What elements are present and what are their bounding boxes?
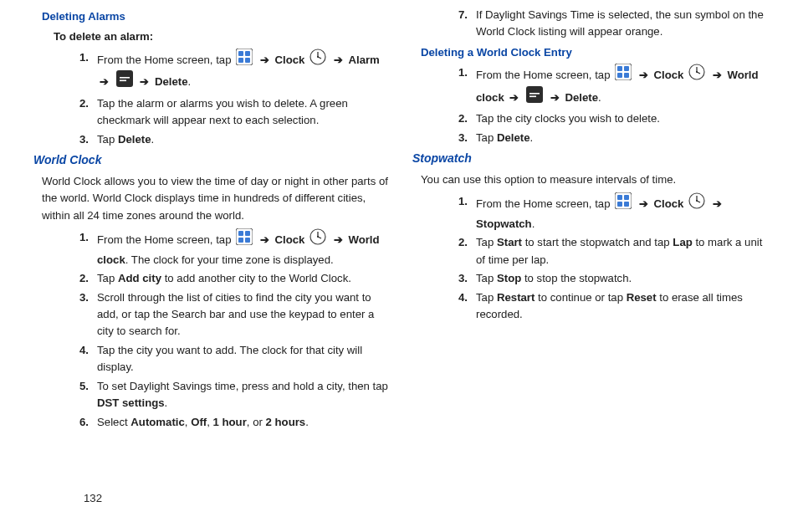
step: 7. If Daylight Savings Time is selected,…	[444, 7, 770, 41]
text: .	[532, 217, 535, 230]
arrow-icon: ➔	[331, 233, 345, 246]
text: .	[530, 131, 534, 144]
apps-icon	[615, 64, 632, 85]
text: Automatic	[130, 416, 184, 428]
text: 2 hours	[266, 416, 306, 428]
text: Alarm	[348, 54, 379, 66]
text: Reset	[627, 291, 657, 304]
left-column: Deleting Alarms To delete an alarm: 1. F…	[42, 5, 391, 432]
text: to start the stopwatch and tap	[522, 236, 673, 248]
text: Restart	[497, 291, 535, 304]
text: From the Home screen, tap	[97, 233, 234, 246]
text: 1 hour	[213, 416, 247, 428]
text: Clock	[654, 197, 688, 210]
text: Stopwatch	[476, 217, 532, 230]
text: Scroll through the list of cities to fin…	[97, 289, 391, 340]
clock-icon	[688, 192, 705, 214]
text: to continue or tap	[535, 291, 626, 304]
text: Delete	[118, 133, 151, 146]
text: Tap	[476, 291, 497, 304]
apps-icon	[236, 49, 253, 70]
arrow-icon: ➔	[548, 91, 562, 104]
apps-icon	[615, 192, 632, 214]
text: To set Daylight Savings time, press and …	[97, 380, 388, 392]
text: .	[598, 91, 601, 104]
text: .	[151, 133, 155, 146]
text: Lap	[673, 236, 692, 248]
heading-deleting-world-clock: Deleting a World Clock Entry	[421, 44, 770, 61]
text: Delete	[565, 91, 598, 104]
step: 3. Tap Delete.	[65, 131, 391, 148]
clock-icon	[309, 49, 326, 70]
step: 2. Tap Add city to add another city to t…	[65, 270, 391, 287]
step: 4. Tap Restart to continue or tap Reset …	[444, 289, 770, 324]
text: . The clock for your time zone is displa…	[125, 253, 334, 266]
subheading-to-delete-alarm: To delete an alarm:	[54, 28, 391, 45]
text: .	[165, 396, 168, 409]
paragraph: You can use this option to measure inter…	[421, 171, 770, 188]
text: Tap the alarm or alarms you wish to dele…	[97, 95, 391, 130]
text: Tap the city you want to add. The clock …	[97, 342, 391, 376]
text: Tap the city clocks you wish to delete.	[476, 110, 770, 127]
text: Add city	[118, 272, 161, 284]
text: Off	[191, 416, 207, 428]
arrow-icon: ➔	[97, 75, 111, 88]
step: 1. From the Home screen, tap ➔ Clock ➔ W…	[444, 64, 770, 109]
text: From the Home screen, tap	[476, 69, 613, 81]
menu-icon	[116, 70, 133, 92]
text: Select	[97, 416, 130, 428]
step: 1. From the Home screen, tap ➔ Clock ➔ S…	[444, 193, 770, 233]
text: Delete	[155, 75, 188, 88]
text: Tap	[97, 272, 118, 284]
step: 5. To set Daylight Savings time, press a…	[65, 378, 391, 412]
text: to add another city to the World Clock.	[161, 272, 351, 284]
clock-icon	[309, 228, 326, 250]
heading-stopwatch: Stopwatch	[412, 150, 770, 168]
text: Delete	[497, 131, 530, 144]
page-number: 132	[84, 492, 102, 504]
heading-deleting-alarms: Deleting Alarms	[42, 8, 391, 25]
text: ,	[207, 416, 212, 428]
step: 1. From the Home screen, tap ➔ Clock ➔ W…	[65, 229, 391, 269]
text: Clock	[275, 54, 309, 66]
text: Start	[497, 236, 522, 248]
text: From the Home screen, tap	[476, 197, 613, 210]
text: to stop the stopwatch.	[521, 272, 632, 284]
arrow-icon: ➔	[331, 54, 345, 66]
step: 6. Select Automatic, Off, 1 hour, or 2 h…	[65, 414, 391, 431]
arrow-icon: ➔	[710, 197, 724, 210]
step: 2. Tap the city clocks you wish to delet…	[444, 110, 770, 127]
text: , or	[247, 416, 266, 428]
text: Clock	[654, 69, 688, 81]
arrow-icon: ➔	[637, 197, 651, 210]
arrow-icon: ➔	[637, 69, 651, 81]
text: .	[188, 75, 192, 88]
text: Tap	[476, 272, 497, 284]
arrow-icon: ➔	[258, 54, 272, 66]
text: From the Home screen, tap	[97, 54, 234, 66]
step: 4. Tap the city you want to add. The clo…	[65, 342, 391, 376]
step: 2. Tap the alarm or alarms you wish to d…	[65, 95, 391, 130]
arrow-icon: ➔	[258, 233, 272, 246]
text: Clock	[275, 233, 309, 246]
step: 1. From the Home screen, tap ➔ Clock ➔ A…	[65, 49, 391, 94]
apps-icon	[236, 228, 253, 250]
text: DST settings	[97, 396, 165, 409]
arrow-icon: ➔	[710, 69, 724, 81]
right-column: 7. If Daylight Savings Time is selected,…	[421, 5, 770, 432]
step: 3. Tap Stop to stop the stopwatch.	[444, 270, 770, 287]
step: 3. Scroll through the list of cities to …	[65, 289, 391, 340]
paragraph: World Clock allows you to view the time …	[42, 173, 391, 224]
step: 3. Tap Delete.	[444, 130, 770, 146]
arrow-icon: ➔	[507, 91, 521, 104]
text: If Daylight Savings Time is selected, th…	[476, 7, 770, 41]
heading-world-clock: World Clock	[33, 151, 391, 170]
arrow-icon: ➔	[137, 75, 151, 88]
text: Tap	[476, 131, 497, 144]
text: .	[305, 416, 309, 428]
step: 2. Tap Start to start the stopwatch and …	[444, 234, 770, 269]
clock-icon	[688, 64, 705, 85]
text: Stop	[497, 272, 521, 284]
text: Tap	[476, 236, 497, 248]
text: Tap	[97, 133, 118, 146]
